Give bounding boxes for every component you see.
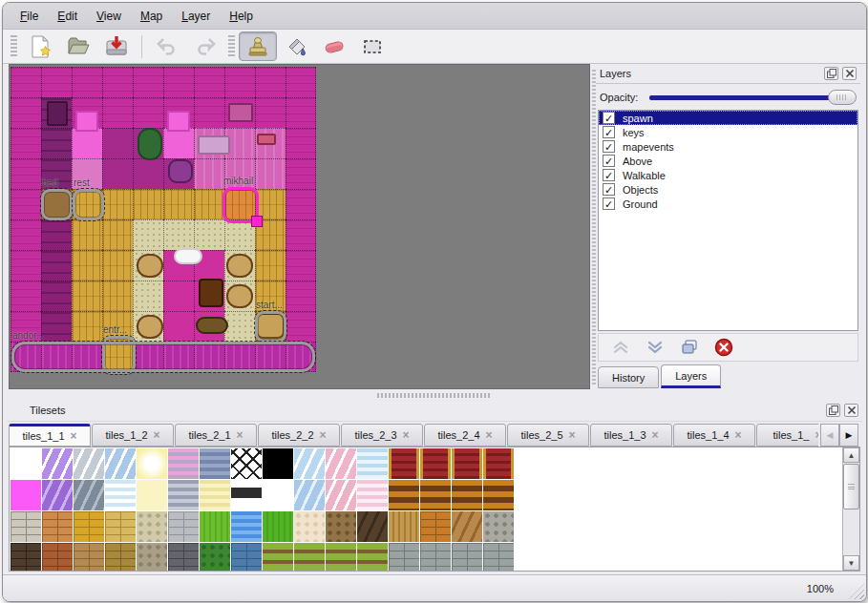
layer-row-mapevents[interactable]: ✓mapevents: [599, 139, 857, 154]
close-tab-icon[interactable]: ×: [403, 430, 410, 440]
map-object[interactable]: [73, 189, 104, 220]
tileset-tab-tiles_2_1[interactable]: tiles_2_1×: [175, 424, 257, 447]
tile[interactable]: [137, 480, 167, 510]
tile[interactable]: [389, 448, 419, 479]
tile[interactable]: [105, 448, 136, 479]
tileset-tab-tiles_1_1[interactable]: tiles_1_1×: [9, 424, 91, 447]
tile[interactable]: [11, 543, 41, 572]
layer-visible-checkbox[interactable]: ✓: [603, 183, 615, 196]
menu-edit[interactable]: Edit: [48, 7, 87, 26]
close-tilesets-button[interactable]: [844, 404, 858, 417]
tile[interactable]: [420, 448, 451, 479]
tile[interactable]: [200, 448, 230, 479]
tile[interactable]: [420, 480, 451, 510]
tile[interactable]: [168, 511, 199, 542]
tile[interactable]: [11, 480, 41, 510]
tile[interactable]: [357, 543, 388, 572]
tileset-tab-tiles_1_4[interactable]: tiles_1_4×: [673, 424, 755, 447]
menu-map[interactable]: Map: [131, 7, 172, 26]
tile[interactable]: [483, 448, 514, 479]
tile[interactable]: [105, 480, 136, 510]
tile[interactable]: [357, 480, 388, 510]
tile[interactable]: [74, 448, 104, 479]
close-tab-icon[interactable]: ×: [71, 431, 77, 441]
tile[interactable]: [420, 543, 451, 572]
dock-tab-layers[interactable]: Layers: [661, 364, 721, 388]
rect-select-tool-button[interactable]: [353, 31, 392, 61]
scroll-tabs-left-button[interactable]: ◀: [820, 424, 839, 447]
selection-handle[interactable]: [251, 216, 263, 227]
tile[interactable]: [452, 448, 482, 479]
tile[interactable]: [357, 448, 388, 479]
new-file-button[interactable]: [21, 31, 59, 61]
tile[interactable]: [263, 448, 293, 479]
tileset-tab-tiles_2_3[interactable]: tiles_2_3×: [341, 424, 423, 447]
menu-help[interactable]: Help: [220, 7, 263, 26]
tile[interactable]: [231, 480, 262, 510]
tile[interactable]: [452, 511, 482, 542]
opacity-slider-handle[interactable]: [828, 90, 857, 105]
layer-row-Objects[interactable]: ✓Objects: [599, 182, 857, 197]
tile[interactable]: [200, 543, 230, 572]
tile[interactable]: [42, 448, 73, 479]
tile[interactable]: [389, 480, 419, 510]
tile[interactable]: [105, 511, 136, 542]
tile[interactable]: [231, 448, 262, 479]
close-tab-icon[interactable]: ×: [815, 430, 818, 440]
layer-visible-checkbox[interactable]: ✓: [603, 169, 615, 181]
tile[interactable]: [326, 448, 356, 479]
tileset-tab-tiles_1_3[interactable]: tiles_1_3×: [590, 424, 672, 447]
raise-layer-button[interactable]: [608, 336, 633, 359]
tile[interactable]: [452, 480, 482, 510]
lower-layer-button[interactable]: [643, 336, 667, 359]
close-tab-icon[interactable]: ×: [320, 430, 327, 440]
undo-button[interactable]: [148, 31, 186, 61]
float-tilesets-button[interactable]: [826, 404, 840, 417]
tile[interactable]: [326, 511, 356, 542]
duplicate-layer-button[interactable]: [677, 336, 702, 359]
layer-visible-checkbox[interactable]: ✓: [603, 126, 615, 138]
tile[interactable]: [74, 543, 104, 572]
tile[interactable]: [326, 543, 356, 572]
layer-visible-checkbox[interactable]: ✓: [603, 140, 615, 153]
tile[interactable]: [137, 511, 167, 542]
tile[interactable]: [105, 543, 136, 572]
tile[interactable]: [263, 543, 293, 572]
tile[interactable]: [294, 448, 325, 479]
tileset-tab-tiles_2_4[interactable]: tiles_2_4×: [424, 424, 506, 447]
tile[interactable]: [137, 448, 167, 479]
map-object[interactable]: [255, 311, 286, 343]
close-panel-button[interactable]: [842, 67, 857, 80]
opacity-slider[interactable]: [649, 90, 857, 105]
tile[interactable]: [42, 543, 73, 572]
tileset-scrollbar[interactable]: ▲ ▼: [842, 447, 859, 571]
close-tab-icon[interactable]: ×: [237, 430, 243, 440]
tile[interactable]: [420, 511, 451, 542]
tile[interactable]: [389, 543, 419, 572]
scrollbar-thumb[interactable]: [843, 464, 859, 509]
scroll-down-button[interactable]: ▼: [843, 555, 859, 571]
float-panel-button[interactable]: [824, 67, 838, 80]
layer-visible-checkbox[interactable]: ✓: [603, 112, 615, 124]
menu-view[interactable]: View: [87, 7, 131, 26]
tile[interactable]: [11, 448, 41, 479]
layer-row-spawn[interactable]: ✓spawn: [599, 111, 857, 125]
tile[interactable]: [483, 480, 514, 510]
menu-layer[interactable]: Layer: [172, 7, 220, 26]
layer-row-keys[interactable]: ✓keys: [599, 125, 857, 139]
tile[interactable]: [294, 543, 325, 572]
layer-visible-checkbox[interactable]: ✓: [603, 198, 615, 210]
tile[interactable]: [42, 480, 73, 510]
tile[interactable]: [168, 480, 199, 510]
tileset-tab-tiles_1_2[interactable]: tiles_1_2×: [92, 424, 174, 447]
tile[interactable]: [452, 543, 482, 572]
layer-row-Ground[interactable]: ✓Ground: [599, 197, 857, 211]
dock-tab-history[interactable]: History: [598, 366, 659, 388]
map-canvas[interactable]: bedrestmikhailstart...entr...andor...: [9, 64, 590, 389]
close-tab-icon[interactable]: ×: [486, 430, 493, 440]
close-tab-icon[interactable]: ×: [735, 430, 742, 440]
tile[interactable]: [483, 511, 514, 542]
fill-tool-button[interactable]: [277, 31, 315, 61]
tile[interactable]: [200, 511, 230, 542]
stamp-tool-button[interactable]: [239, 31, 277, 61]
